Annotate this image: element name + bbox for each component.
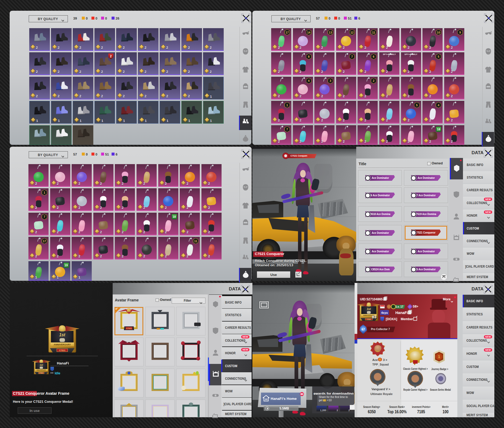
svg-text:10: 10: [265, 398, 267, 401]
